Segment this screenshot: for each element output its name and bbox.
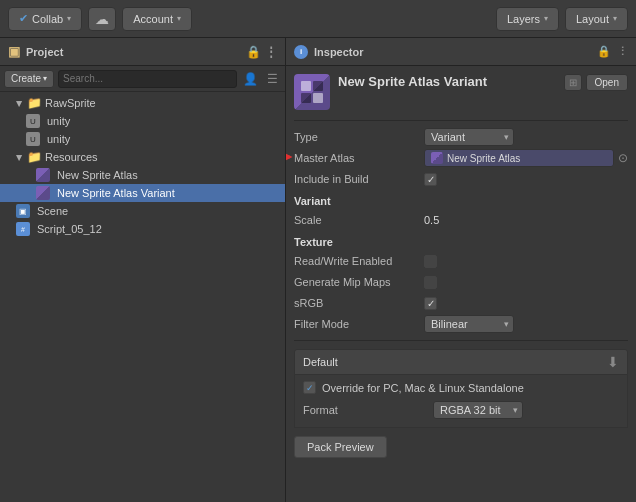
account-caret: ▾	[177, 14, 181, 23]
layout-label: Layout	[576, 13, 609, 25]
type-dropdown[interactable]: Variant	[424, 128, 514, 146]
atlas-ref-target-icon[interactable]: ⊙	[618, 151, 628, 165]
master-atlas-label: Master Atlas	[294, 152, 424, 164]
divider-2	[294, 340, 628, 341]
tree-item-rawsprite[interactable]: ▶ 📁 RawSprite	[0, 94, 285, 112]
folder-resources-icon: 📁	[27, 150, 42, 164]
tree-label-script: Script_05_12	[37, 223, 102, 235]
type-row: Type Variant	[294, 127, 628, 147]
icon-cell-3	[301, 93, 311, 103]
collab-label: Collab	[32, 13, 63, 25]
platform-header[interactable]: Default ⬇	[294, 349, 628, 375]
main-area: ▣ Project 🔒 ⋮ Create ▾ 👤 ☰ ▶ 📁 RawSprite	[0, 38, 636, 502]
more-inspector-icon[interactable]: ⋮	[617, 45, 628, 58]
pack-preview-button[interactable]: Pack Preview	[294, 436, 387, 458]
tree-item-new-sprite-atlas[interactable]: New Sprite Atlas	[0, 166, 285, 184]
cloud-icon: ☁	[95, 11, 109, 27]
sprite-atlas-icon-1	[36, 168, 50, 182]
icon-cell-1	[301, 81, 311, 91]
srgb-row: sRGB	[294, 293, 628, 313]
tree-label-unity1: unity	[47, 115, 70, 127]
project-panel-header: ▣ Project 🔒 ⋮	[0, 38, 285, 66]
create-button[interactable]: Create ▾	[4, 70, 54, 88]
unity-icon-1: U	[26, 114, 40, 128]
scale-label: Scale	[294, 214, 424, 226]
tree-label-scene: Scene	[37, 205, 68, 217]
tree-item-scene[interactable]: ▣ Scene	[0, 202, 285, 220]
icon-cell-2	[313, 81, 323, 91]
tree-item-resources[interactable]: ▶ 📁 Resources	[0, 148, 285, 166]
type-label: Type	[294, 131, 424, 143]
collab-button[interactable]: ✔ Collab ▾	[8, 7, 82, 31]
format-dropdown[interactable]: RGBA 32 bit	[433, 401, 523, 419]
read-write-label: Read/Write Enabled	[294, 255, 424, 267]
default-label: Default	[303, 356, 338, 368]
sprite-atlas-icon-2	[36, 186, 50, 200]
override-label: Override for PC, Mac & Linux Standalone	[322, 382, 524, 394]
project-panel-title: Project	[26, 46, 63, 58]
cloud-button[interactable]: ☁	[88, 7, 116, 31]
format-value: RGBA 32 bit	[440, 404, 501, 416]
filter-mode-dropdown[interactable]: Bilinear	[424, 315, 514, 333]
download-icon[interactable]: ⬇	[607, 354, 619, 370]
platform-body: Override for PC, Mac & Linux Standalone …	[294, 375, 628, 428]
atlas-ref-button[interactable]: New Sprite Atlas	[424, 149, 614, 167]
chevron-resources: ▶	[15, 154, 24, 160]
project-toolbar-row: Create ▾ 👤 ☰	[0, 66, 285, 92]
more-icon[interactable]: ⋮	[265, 45, 277, 59]
inspector-header: i Inspector 🔒 ⋮	[286, 38, 636, 66]
search-input[interactable]	[58, 70, 237, 88]
person-icon[interactable]: 👤	[241, 70, 259, 88]
tree-label-rawsprite: RawSprite	[45, 97, 96, 109]
layers-caret: ▾	[544, 14, 548, 23]
icon-cell-4	[313, 93, 323, 103]
project-panel: ▣ Project 🔒 ⋮ Create ▾ 👤 ☰ ▶ 📁 RawSprite	[0, 38, 286, 502]
asset-icon-large	[294, 74, 330, 110]
tree-item-script[interactable]: # Script_05_12	[0, 220, 285, 238]
include-in-build-checkbox[interactable]	[424, 173, 437, 186]
inspector-header-icons: 🔒 ⋮	[597, 45, 628, 58]
master-atlas-row: Master Atlas New Sprite Atlas ⊙	[294, 148, 628, 168]
tree-item-unity2[interactable]: U unity	[0, 130, 285, 148]
tree-label-new-sprite-atlas: New Sprite Atlas	[57, 169, 138, 181]
tree-item-unity1[interactable]: U unity	[0, 112, 285, 130]
texture-section-label: Texture	[294, 236, 628, 248]
account-button[interactable]: Account ▾	[122, 7, 192, 31]
type-value: Variant	[431, 131, 465, 143]
atlas-ref-icon	[431, 152, 443, 164]
read-write-checkbox[interactable]	[424, 255, 437, 268]
tree-label-unity2: unity	[47, 133, 70, 145]
layers-label: Layers	[507, 13, 540, 25]
create-label: Create	[11, 73, 41, 84]
inspector-title: Inspector	[314, 46, 364, 58]
scale-row: Scale 0.5	[294, 210, 628, 230]
tree-label-new-sprite-atlas-variant: New Sprite Atlas Variant	[57, 187, 175, 199]
srgb-label: sRGB	[294, 297, 424, 309]
filter-mode-label: Filter Mode	[294, 318, 424, 330]
tree-item-new-sprite-atlas-variant[interactable]: New Sprite Atlas Variant	[0, 184, 285, 202]
inspector-panel: i Inspector 🔒 ⋮ New Sprite	[286, 38, 636, 502]
create-caret: ▾	[43, 74, 47, 83]
layout-button[interactable]: Layout ▾	[565, 7, 628, 31]
read-write-row: Read/Write Enabled	[294, 251, 628, 271]
folder-icon: ▣	[8, 44, 20, 59]
asset-header: New Sprite Atlas Variant ⊞ Open	[294, 74, 628, 110]
layers-button[interactable]: Layers ▾	[496, 7, 559, 31]
include-in-build-label: Include in Build	[294, 173, 424, 185]
override-checkbox[interactable]	[303, 381, 316, 394]
lock-icon[interactable]: 🔒	[246, 45, 261, 59]
filter-icon[interactable]: ☰	[263, 70, 281, 88]
filter-mode-value: Bilinear	[431, 318, 468, 330]
grid-icon-btn[interactable]: ⊞	[564, 74, 582, 91]
chevron-rawsprite: ▶	[15, 100, 24, 106]
scale-value: 0.5	[424, 214, 628, 226]
generate-mip-checkbox[interactable]	[424, 276, 437, 289]
filter-mode-row: Filter Mode Bilinear	[294, 314, 628, 334]
red-arrow	[286, 146, 296, 168]
srgb-checkbox[interactable]	[424, 297, 437, 310]
toolbar: ✔ Collab ▾ ☁ Account ▾ Layers ▾ Layout ▾	[0, 0, 636, 38]
tree-label-resources: Resources	[45, 151, 98, 163]
lock-inspector-icon[interactable]: 🔒	[597, 45, 611, 58]
open-button[interactable]: Open	[586, 74, 628, 91]
scene-icon: ▣	[16, 204, 30, 218]
